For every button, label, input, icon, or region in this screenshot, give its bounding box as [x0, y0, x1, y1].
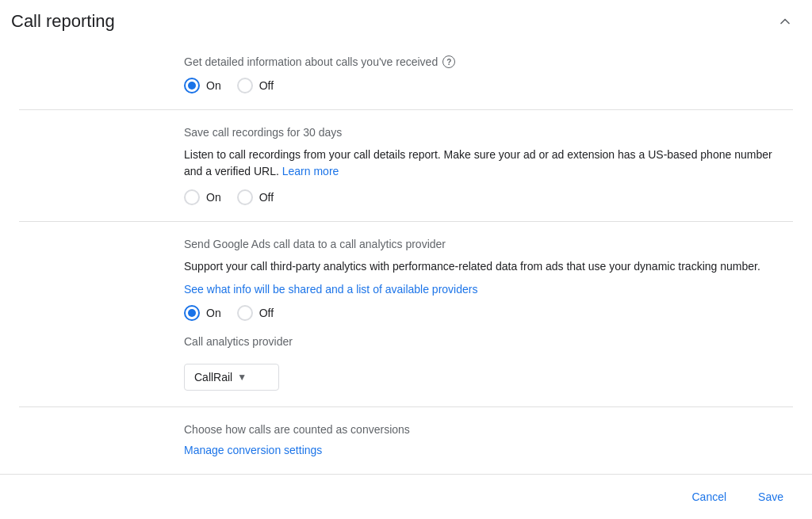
send-google-ads-desc: Support your call third-party analytics …: [184, 258, 779, 275]
conversion-label: Choose how calls are counted as conversi…: [184, 423, 793, 436]
call-reporting-panel: Call reporting Get detailed information …: [0, 0, 812, 519]
provider-label: Call analytics provider: [184, 335, 793, 348]
get-detailed-off-label: Off: [259, 79, 274, 92]
providers-link[interactable]: See what info will be shared and a list …: [184, 283, 477, 296]
panel-content: Get detailed information about calls you…: [0, 40, 812, 519]
conversion-section: Choose how calls are counted as conversi…: [0, 407, 812, 472]
get-detailed-on-option[interactable]: On: [184, 78, 221, 93]
provider-value: CallRail: [194, 371, 232, 384]
save-recordings-off-radio[interactable]: [237, 189, 253, 205]
save-recordings-off-label: Off: [259, 191, 274, 204]
panel-header: Call reporting: [0, 0, 812, 40]
save-recordings-on-radio[interactable]: [184, 189, 200, 205]
send-google-ads-section: Send Google Ads call data to a call anal…: [0, 222, 812, 406]
help-icon[interactable]: ?: [442, 55, 455, 68]
get-detailed-on-radio[interactable]: [184, 78, 200, 93]
save-recordings-on-label: On: [206, 191, 221, 204]
panel-footer: Cancel Save: [0, 474, 812, 519]
dropdown-arrow-icon: ▼: [237, 372, 247, 383]
learn-more-link[interactable]: Learn more: [282, 165, 339, 177]
save-recordings-section: Save call recordings for 30 days Listen …: [0, 110, 812, 221]
save-recordings-label: Save call recordings for 30 days: [184, 126, 793, 139]
save-recordings-on-option[interactable]: On: [184, 189, 221, 205]
manage-conversion-link[interactable]: Manage conversion settings: [184, 444, 322, 456]
send-google-ads-radio-group: On Off: [184, 305, 793, 321]
send-google-ads-off-label: Off: [259, 307, 274, 319]
save-recordings-off-option[interactable]: Off: [237, 189, 274, 205]
panel-title: Call reporting: [11, 11, 115, 32]
provider-dropdown[interactable]: CallRail ▼: [184, 364, 279, 391]
send-google-ads-off-option[interactable]: Off: [237, 305, 274, 321]
get-detailed-radio-group: On Off: [184, 78, 793, 93]
get-detailed-section: Get detailed information about calls you…: [0, 40, 812, 109]
send-google-ads-label: Send Google Ads call data to a call anal…: [184, 238, 793, 250]
save-button[interactable]: Save: [749, 484, 793, 509]
get-detailed-on-label: On: [206, 79, 221, 92]
get-detailed-label: Get detailed information about calls you…: [184, 55, 793, 68]
send-google-ads-on-radio[interactable]: [184, 305, 200, 321]
save-recordings-radio-group: On Off: [184, 189, 793, 205]
send-google-ads-on-label: On: [206, 307, 221, 319]
cancel-button[interactable]: Cancel: [682, 484, 736, 509]
send-google-ads-off-radio[interactable]: [237, 305, 253, 321]
get-detailed-off-radio[interactable]: [237, 78, 253, 93]
save-recordings-desc: Listen to call recordings from your call…: [184, 147, 779, 180]
collapse-button[interactable]: [777, 13, 793, 29]
get-detailed-off-option[interactable]: Off: [237, 78, 274, 93]
send-google-ads-on-option[interactable]: On: [184, 305, 221, 321]
